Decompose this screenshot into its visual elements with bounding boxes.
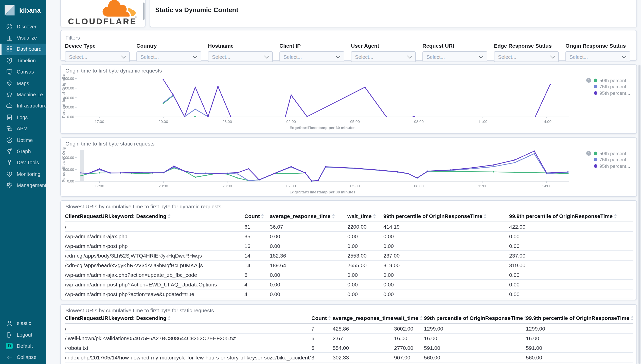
cell-value: 1299.00 [424,324,526,333]
table-row: /wp-admin/admin-post.php160.000.000.000.… [65,241,633,251]
filter-device-type-select[interactable]: Select... [65,51,130,62]
sidebar-item-label: Canvas [17,69,34,75]
cell-value: 16.00 [424,333,526,343]
sort-icon[interactable] [328,315,331,321]
filter-field-request-uri: Request URISelect... [422,43,487,62]
sidebar-item-discover[interactable]: Discover [0,21,46,32]
column-header-99-9th-percentile-of-originresponsetime[interactable]: 99.9th percentile of OriginResponseTime [509,213,633,222]
cell-value: 0.00 [270,241,347,251]
sidebar-item-apm[interactable]: APM [0,123,46,134]
page-scrollbar[interactable] [638,65,640,364]
legend-item-95th-percent[interactable]: 95th percent... [586,163,630,169]
table-row: /cdn-cgi/apps/body/3Lh52SjWTQ4HRlErJykHq… [65,251,633,260]
filter-request-uri-select[interactable]: Select... [422,51,487,62]
column-header-count[interactable]: Count [311,315,333,324]
sidebar-item-collapse[interactable]: Collapse [0,352,46,363]
column-header-wait-time[interactable]: wait_time [347,213,383,222]
legend-item-95th-percent[interactable]: 95th percent... [586,90,630,96]
filter-origin-response-status-select[interactable]: Select... [565,51,630,62]
filter-label: Request URI [422,43,487,49]
x-axis-tick-label: 14:00 [542,119,551,124]
cell-value: 5 [311,343,333,353]
cell-value: 302.33 [333,353,394,362]
chevron-right-icon[interactable] [586,151,591,156]
kibana-brand[interactable]: kibana [0,0,46,21]
legend-item-50th-percent[interactable]: 50th percent... [586,77,630,83]
sort-icon[interactable] [167,315,171,321]
legend-label: 75th percent... [599,157,630,162]
sidebar-item-logs[interactable]: Logs [0,112,46,123]
shield-clock-icon [6,57,13,64]
sidebar-item-infrastructure[interactable]: Infrastructure [0,100,46,112]
cell-value: 7 [311,324,333,333]
cell-value: 237.00 [509,251,633,260]
line-chart-canvas: 0.00100.00200.00300.00400.0017:0020:0023… [61,75,637,131]
sidebar-item-machine-le[interactable]: Machine Le... [0,89,46,100]
filter-label: Hostname [208,43,273,49]
legend-item-75th-percent[interactable]: 75th percent... [586,156,630,163]
filter-hostname-select[interactable]: Select... [208,51,273,62]
column-header-label: Count [311,315,327,321]
panel-scrollbar[interactable] [143,3,145,20]
sort-icon[interactable] [484,213,487,220]
data-table: ClientRequestURI.keyword: DescendingCoun… [65,315,633,364]
sidebar-item-uptime[interactable]: Uptime [0,134,46,146]
sidebar-item-default[interactable]: DDefault [0,340,46,352]
dashboard-title: Static vs Dynamic Content [155,6,238,14]
filter-country-select[interactable]: Select... [136,51,201,62]
sort-icon[interactable] [630,315,633,321]
x-axis-tick-label: 08:00 [414,184,424,188]
column-header-label: 99th percentile of OriginResponseTime [424,315,523,321]
table-panel-static: Slowest URIs by cumulative time to first… [60,304,637,364]
column-header-99th-percentile-of-originresponsetime[interactable]: 99th percentile of OriginResponseTime [424,315,526,324]
filter-client-ip-select[interactable]: Select... [279,51,344,62]
column-header-clientrequesturi-keyword-descending[interactable]: ClientRequestURI.keyword: Descending [65,213,244,222]
filter-user-agent-select[interactable]: Select... [351,51,416,62]
column-header-label: Count [244,213,260,219]
cell-value: 428.86 [333,324,394,333]
column-header-label: 99th percentile of OriginResponseTime [383,213,483,219]
sort-icon[interactable] [524,315,526,321]
sort-icon[interactable] [419,315,423,321]
chevron-right-icon[interactable] [586,78,591,83]
column-header-count[interactable]: Count [244,213,270,222]
cell-value: 237.00 [383,251,509,260]
sort-icon[interactable] [373,213,376,220]
sidebar-item-canvas[interactable]: Canvas [0,66,46,78]
sidebar-item-logout[interactable]: Logout [0,329,46,340]
sidebar-item-label: Logs [17,115,28,120]
sidebar-item-graph[interactable]: Graph [0,146,46,157]
sidebar-item-management[interactable]: Management [0,180,46,191]
column-header-label: average_response_time [333,315,393,321]
cell-value: 554.00 [333,343,394,353]
cell-uri: /cdn-cgi/apps/head/xVgyKhR-vV3dAUGhMqfBc… [65,260,244,270]
column-header-clientrequesturi-keyword-descending[interactable]: ClientRequestURI.keyword: Descending [65,315,311,324]
sidebar-item-elastic[interactable]: elastic [0,318,46,329]
sort-icon[interactable] [614,213,617,220]
legend-item-50th-percent[interactable]: 50th percent... [586,150,630,156]
table-row: /.well-known/pki-validation/054075F6A27B… [65,333,633,343]
column-header-99-9th-percentile-of-originresponsetime[interactable]: 99.9th percentile of OriginResponseTime [526,315,633,324]
sidebar-item-dev-tools[interactable]: Dev Tools [0,157,46,168]
sidebar-item-label: Logout [17,332,32,337]
column-header-wait-time[interactable]: wait_time [394,315,424,324]
sort-icon[interactable] [167,213,171,220]
legend-dot [594,79,597,82]
column-header-average-response-time[interactable]: average_response_time [270,213,347,222]
sidebar-item-timelion[interactable]: Timelion [0,55,46,66]
sort-icon[interactable] [261,213,264,220]
column-header-average-response-time[interactable]: average_response_time [333,315,394,324]
cell-value: 0.00 [509,280,633,289]
filter-edge-response-status-select[interactable]: Select... [494,51,559,62]
sort-icon[interactable] [331,213,335,220]
legend-item-75th-percent[interactable]: 75th percent... [586,83,630,90]
cell-value: 61 [244,222,270,231]
sidebar-item-visualize[interactable]: Visualize [0,32,46,44]
cell-value: 35 [244,231,270,241]
sidebar-item-monitoring[interactable]: Monitoring [0,168,46,180]
cell-value: 0.00 [270,289,347,299]
column-header-99th-percentile-of-originresponsetime[interactable]: 99th percentile of OriginResponseTime [383,213,509,222]
sidebar-item-maps[interactable]: Maps [0,78,46,89]
sidebar-item-dashboard[interactable]: Dashboard [0,44,46,55]
sidebar-item-label: Default [17,343,33,349]
